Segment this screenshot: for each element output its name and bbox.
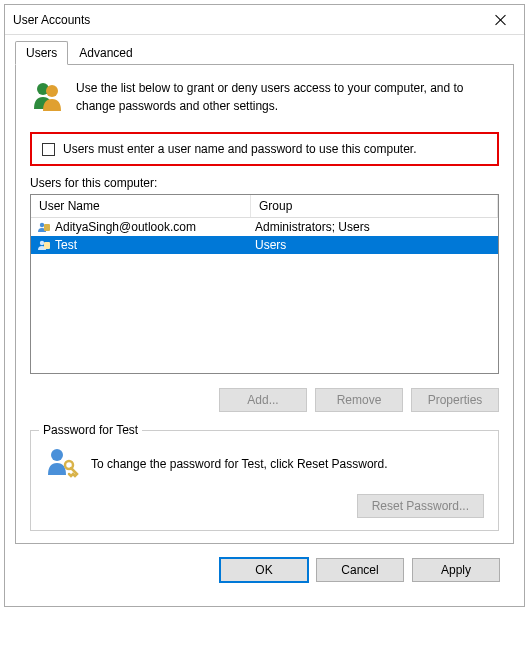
password-button-row: Reset Password... [45,494,484,518]
reset-password-button[interactable]: Reset Password... [357,494,484,518]
tab-strip: Users Advanced [15,41,514,65]
titlebar: User Accounts [5,5,524,35]
close-icon [496,15,506,25]
listview-header: User Name Group [31,195,498,218]
user-icon [37,239,51,251]
tab-advanced[interactable]: Advanced [68,41,143,65]
dialog-buttons: OK Cancel Apply [15,544,514,596]
properties-button[interactable]: Properties [411,388,499,412]
cancel-button[interactable]: Cancel [316,558,404,582]
require-login-label: Users must enter a user name and passwor… [63,142,417,156]
list-item[interactable]: AdityaSingh@outlook.com Administrators; … [31,218,498,236]
svg-point-1 [46,85,58,97]
user-buttons-row: Add... Remove Properties [30,388,499,412]
cell-username: AdityaSingh@outlook.com [55,220,196,234]
column-username[interactable]: User Name [31,195,251,217]
svg-rect-5 [44,242,50,249]
users-list-label: Users for this computer: [30,176,499,190]
user-icon [37,221,51,233]
user-accounts-dialog: User Accounts Users Advanced Use the lis… [4,4,525,607]
password-legend: Password for Test [39,423,142,437]
svg-point-6 [51,449,63,461]
remove-user-button[interactable]: Remove [315,388,403,412]
ok-button[interactable]: OK [220,558,308,582]
apply-button[interactable]: Apply [412,558,500,582]
password-info-text: To change the password for Test, click R… [91,457,388,471]
tab-panel-users: Use the list below to grant or deny user… [15,64,514,544]
require-login-checkbox[interactable] [42,143,55,156]
list-item[interactable]: Test Users [31,236,498,254]
svg-rect-3 [44,224,50,231]
add-user-button[interactable]: Add... [219,388,307,412]
password-info-row: To change the password for Test, click R… [45,445,484,482]
require-login-row: Users must enter a user name and passwor… [30,132,499,166]
users-icon [30,79,64,116]
password-groupbox: Password for Test To change the password… [30,430,499,531]
column-group[interactable]: Group [251,195,498,217]
dialog-body: Users Advanced Use the list below to gra… [5,35,524,606]
tab-users[interactable]: Users [15,41,68,65]
cell-username: Test [55,238,77,252]
key-user-icon [45,445,79,482]
cell-group: Administrators; Users [251,219,498,235]
svg-point-4 [40,241,44,245]
intro-row: Use the list below to grant or deny user… [30,79,499,116]
intro-text: Use the list below to grant or deny user… [76,79,499,116]
svg-point-2 [40,223,44,227]
users-listview[interactable]: User Name Group AdityaSingh@outlook.com … [30,194,499,374]
cell-group: Users [251,237,498,253]
dialog-title: User Accounts [13,13,478,27]
close-button[interactable] [478,5,524,35]
